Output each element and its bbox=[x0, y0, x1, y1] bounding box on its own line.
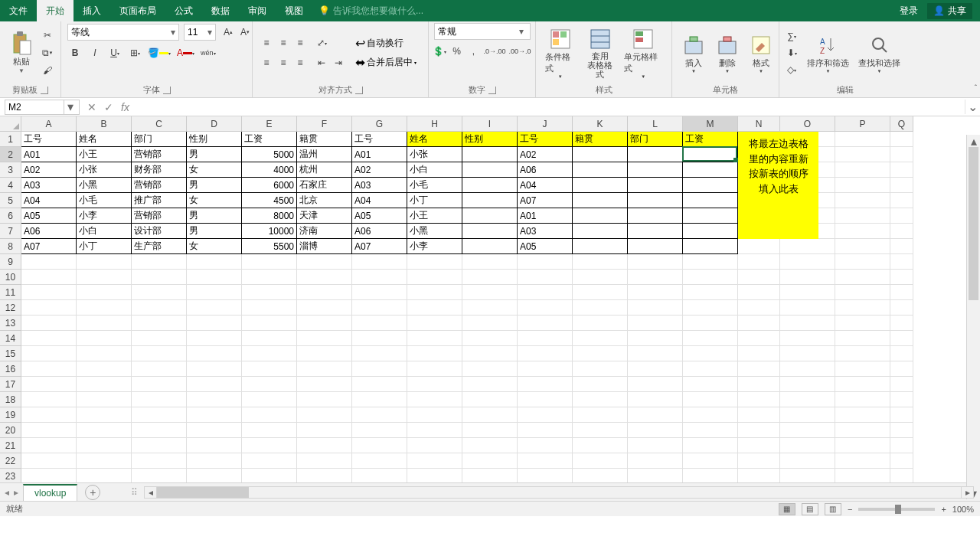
page-layout-view-button[interactable]: ▤ bbox=[802, 503, 818, 515]
cell[interactable] bbox=[835, 208, 890, 224]
vertical-scrollbar[interactable]: ▴ ▾ bbox=[966, 135, 980, 499]
cell[interactable] bbox=[890, 254, 913, 270]
cell[interactable]: 小黑 bbox=[77, 178, 132, 193]
cell-styles-button[interactable]: 单元格样式▼ bbox=[619, 25, 667, 80]
find-select-button[interactable]: 查找和选择▼ bbox=[854, 31, 905, 75]
cell[interactable] bbox=[242, 316, 297, 331]
cell[interactable] bbox=[518, 392, 573, 407]
tab-data[interactable]: 数据 bbox=[202, 0, 239, 21]
cell[interactable] bbox=[132, 331, 187, 346]
cell[interactable] bbox=[628, 193, 683, 208]
cell[interactable]: 10000 bbox=[242, 224, 297, 239]
cell[interactable] bbox=[242, 377, 297, 392]
cell[interactable] bbox=[187, 254, 242, 270]
cell[interactable] bbox=[573, 193, 628, 208]
row-header[interactable]: 6 bbox=[0, 208, 21, 224]
cell[interactable] bbox=[297, 254, 352, 270]
cell[interactable]: 女 bbox=[187, 162, 242, 178]
tab-view[interactable]: 视图 bbox=[276, 0, 312, 21]
cell[interactable]: 营销部 bbox=[132, 178, 187, 193]
column-header[interactable]: M bbox=[683, 116, 738, 132]
cell[interactable]: 小黑 bbox=[407, 224, 462, 239]
cell[interactable] bbox=[628, 239, 683, 254]
cell[interactable] bbox=[21, 438, 77, 453]
cell[interactable] bbox=[683, 331, 738, 346]
cell[interactable] bbox=[242, 469, 297, 482]
cell[interactable] bbox=[21, 270, 77, 285]
cell[interactable] bbox=[780, 469, 835, 482]
cell[interactable] bbox=[462, 407, 518, 423]
collapse-ribbon-button[interactable]: ˆ bbox=[975, 84, 977, 93]
cell[interactable]: 小李 bbox=[407, 239, 462, 254]
shrink-font-button[interactable]: A▾ bbox=[237, 25, 253, 40]
cell[interactable] bbox=[352, 407, 407, 423]
cell[interactable]: A05 bbox=[518, 239, 573, 254]
column-header[interactable]: I bbox=[462, 116, 518, 132]
cell[interactable] bbox=[573, 423, 628, 438]
increase-decimal-button[interactable]: .0→.00 bbox=[482, 44, 506, 59]
cell[interactable] bbox=[462, 193, 518, 208]
cell[interactable] bbox=[835, 254, 890, 270]
cell[interactable] bbox=[890, 469, 913, 482]
cell[interactable] bbox=[573, 147, 628, 162]
border-button[interactable]: ⊞▾ bbox=[127, 45, 142, 60]
cell[interactable] bbox=[21, 346, 77, 361]
cell[interactable] bbox=[462, 453, 518, 469]
cell[interactable] bbox=[462, 208, 518, 224]
cell[interactable] bbox=[835, 423, 890, 438]
cell[interactable] bbox=[890, 147, 913, 162]
cell[interactable] bbox=[628, 254, 683, 270]
decrease-decimal-button[interactable]: .00→.0 bbox=[508, 44, 532, 59]
cell[interactable]: A07 bbox=[352, 239, 407, 254]
cell[interactable] bbox=[297, 331, 352, 346]
cell[interactable]: 小张 bbox=[77, 162, 132, 178]
row-header[interactable]: 5 bbox=[0, 193, 21, 208]
cell[interactable] bbox=[683, 147, 738, 162]
cell[interactable] bbox=[628, 300, 683, 316]
cell[interactable] bbox=[628, 162, 683, 178]
cell[interactable] bbox=[738, 285, 780, 300]
cell[interactable] bbox=[407, 361, 462, 377]
number-dialog-launcher[interactable] bbox=[488, 87, 496, 94]
row-header[interactable]: 17 bbox=[0, 377, 21, 392]
cell[interactable] bbox=[77, 469, 132, 482]
cell[interactable] bbox=[518, 285, 573, 300]
cell[interactable] bbox=[407, 346, 462, 361]
name-box[interactable]: ▾ bbox=[5, 100, 80, 115]
cell[interactable] bbox=[573, 407, 628, 423]
paste-button[interactable]: 粘贴 ▼ bbox=[5, 30, 38, 76]
decrease-indent-button[interactable]: ⇤ bbox=[314, 55, 329, 70]
cell[interactable] bbox=[628, 453, 683, 469]
cell[interactable] bbox=[780, 377, 835, 392]
row-header[interactable]: 14 bbox=[0, 331, 21, 346]
column-header[interactable]: B bbox=[77, 116, 132, 132]
cell[interactable] bbox=[683, 224, 738, 239]
cell[interactable] bbox=[573, 254, 628, 270]
cell[interactable] bbox=[462, 361, 518, 377]
zoom-level[interactable]: 100% bbox=[952, 505, 974, 514]
cell[interactable]: 生产部 bbox=[132, 239, 187, 254]
bold-button[interactable]: B bbox=[67, 45, 83, 60]
column-header[interactable]: L bbox=[628, 116, 683, 132]
cell[interactable] bbox=[297, 300, 352, 316]
cell[interactable] bbox=[21, 316, 77, 331]
cell[interactable] bbox=[352, 285, 407, 300]
cell[interactable] bbox=[77, 453, 132, 469]
cell[interactable] bbox=[21, 407, 77, 423]
cell[interactable]: 6000 bbox=[242, 178, 297, 193]
cell[interactable]: 部门 bbox=[132, 132, 187, 147]
cell[interactable] bbox=[628, 377, 683, 392]
tab-home[interactable]: 开始 bbox=[37, 0, 74, 21]
cell[interactable] bbox=[462, 377, 518, 392]
cell[interactable] bbox=[462, 239, 518, 254]
cell[interactable] bbox=[132, 316, 187, 331]
cell[interactable]: 小毛 bbox=[77, 193, 132, 208]
cell[interactable] bbox=[21, 469, 77, 482]
cell[interactable] bbox=[518, 469, 573, 482]
cell[interactable] bbox=[518, 453, 573, 469]
row-header[interactable]: 9 bbox=[0, 254, 21, 270]
cell[interactable] bbox=[890, 208, 913, 224]
cell[interactable]: 性别 bbox=[187, 132, 242, 147]
cell[interactable] bbox=[518, 423, 573, 438]
cell[interactable] bbox=[77, 392, 132, 407]
